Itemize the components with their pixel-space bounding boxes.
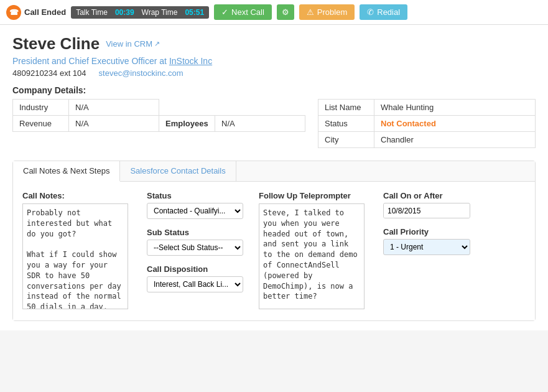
list-name-label: List Name [318,100,374,116]
sub-status-form-group: Sub Status --Select Sub Status-- Option … [147,228,246,256]
status-select[interactable]: Contacted - Qualifyi... Not Contacted Co… [147,203,243,219]
call-disposition-form-group: Call Disposition Interest, Call Back Li.… [147,264,246,292]
checkmark-icon: ✓ [221,7,228,17]
employees-label: Employees [159,116,215,132]
call-notes-column: Call Notes: Probably not interested but … [22,191,134,311]
company-table-right: List Name Whale Hunting Status Not Conta… [318,99,536,148]
talk-time-label: Talk Time [76,8,108,17]
call-disposition-select[interactable]: Interest, Call Back Li... No Interest Le… [147,276,243,292]
redial-phone-icon: ✆ [367,7,374,17]
followup-column: Follow Up Teleprompter Steve, I talked t… [259,191,371,311]
talk-wrap-badge: Talk Time 00:39 Wrap Time 05:51 [71,6,209,19]
company-meta-table: List Name Whale Hunting Status Not Conta… [318,99,536,148]
contact-email[interactable]: stevec@instockinc.com [99,68,183,78]
contact-title: President and Chief Executive Officer at… [12,56,536,66]
contact-phone-email: 4809210234 ext 104 stevec@instockinc.com [12,68,536,78]
date-input[interactable] [384,204,470,218]
status-value: Not Contacted [374,116,536,132]
industry-value: N/A [69,100,159,116]
phone-icon: ☎ [6,5,21,20]
followup-label: Follow Up Teleprompter [259,191,371,200]
company-details-title: Company Details: [12,85,536,95]
header-bar: ☎ Call Ended Talk Time 00:39 Wrap Time 0… [0,0,548,25]
company-info-table: Industry N/A Revenue N/A Employees N/A [12,99,305,132]
contact-name: Steve Cline [12,34,100,54]
next-call-button[interactable]: ✓ Next Call [214,4,272,20]
call-priority-select[interactable]: 1 - Urgent 2 - High 3 - Normal 4 - Low [383,239,470,255]
table-row: Revenue N/A Employees N/A [13,116,305,132]
call-ended-label: Call Ended [24,7,66,17]
company-link[interactable]: InStock Inc [169,56,212,66]
call-disposition-form-label: Call Disposition [147,264,246,274]
talk-time-value: 00:39 [115,8,134,17]
tab-content: Call Notes: Probably not interested but … [13,182,535,320]
call-on-after-column: Call On or After 📅 Call Priority 1 - Urg… [383,191,483,311]
main-content: Steve Cline View in CRM ↗ President and … [0,25,548,330]
sub-status-form-label: Sub Status [147,228,246,237]
table-row: City Chandler [318,132,536,148]
city-value: Chandler [374,132,536,148]
tabs-header: Call Notes & Next Steps Salesforce Conta… [13,161,535,182]
table-row: Industry N/A [13,100,305,116]
tab-content-inner: Call Notes: Probably not interested but … [22,191,526,311]
call-ended-badge: ☎ Call Ended [6,5,66,20]
company-tables: Industry N/A Revenue N/A Employees N/A L… [12,99,536,148]
date-input-wrap: 📅 [383,203,470,218]
wrap-time-value: 05:51 [185,8,204,17]
wrap-time-label: Wrap Time [142,8,178,17]
tab-call-notes[interactable]: Call Notes & Next Steps [13,161,120,182]
redial-button[interactable]: ✆ Redial [360,4,407,20]
gear-button[interactable]: ⚙ [277,4,294,20]
status-column: Status Contacted - Qualifyi... Not Conta… [147,191,246,311]
followup-textarea[interactable]: Steve, I talked to you when you were hea… [259,203,365,309]
status-form-label: Status [147,191,246,200]
list-name-value: Whale Hunting [374,100,536,116]
tabs-container: Call Notes & Next Steps Salesforce Conta… [12,161,536,321]
call-priority-group: Call Priority 1 - Urgent 2 - High 3 - No… [383,227,483,255]
revenue-value: N/A [69,116,159,132]
status-form-group: Status Contacted - Qualifyi... Not Conta… [147,191,246,219]
contact-phone: 4809210234 ext 104 [12,68,86,78]
call-priority-label: Call Priority [383,227,483,236]
revenue-label: Revenue [13,116,69,132]
call-on-after-label: Call On or After [383,191,483,200]
contact-name-row: Steve Cline View in CRM ↗ [12,34,536,54]
sub-status-select[interactable]: --Select Sub Status-- Option 1 Option 2 [147,240,243,256]
call-notes-label: Call Notes: [22,191,134,200]
problem-icon: ⚠ [307,7,314,17]
employees-value: N/A [215,116,305,132]
view-in-crm-link[interactable]: View in CRM ↗ [106,39,160,49]
city-label: City [318,132,374,148]
call-notes-textarea[interactable]: Probably not interested but what do you … [22,203,128,309]
call-on-after-group: Call On or After 📅 [383,191,483,218]
problem-button[interactable]: ⚠ Problem [299,4,355,20]
table-row: Status Not Contacted [318,116,536,132]
company-table-left: Industry N/A Revenue N/A Employees N/A [12,99,305,148]
external-link-icon: ↗ [154,40,160,48]
industry-label: Industry [13,100,69,116]
status-label: Status [318,116,374,132]
table-row: List Name Whale Hunting [318,100,536,116]
tab-salesforce[interactable]: Salesforce Contact Details [120,161,236,181]
gear-icon: ⚙ [282,7,289,17]
